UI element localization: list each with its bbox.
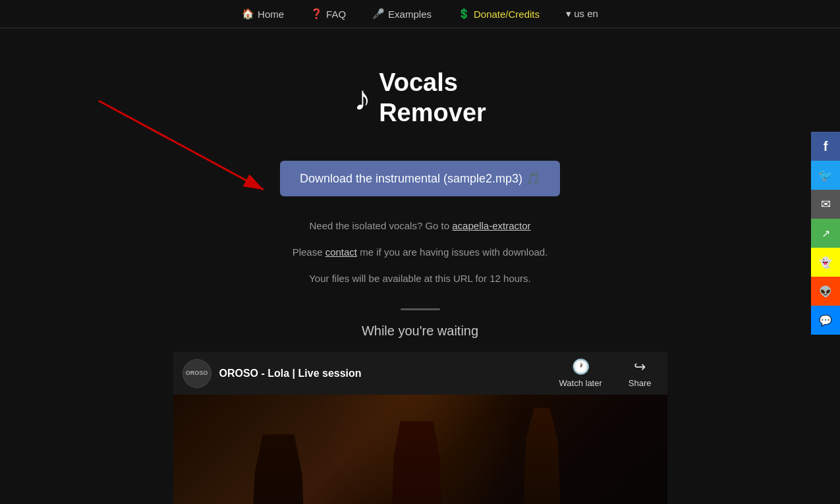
nav-faq-label: FAQ [326,9,346,20]
nav-examples[interactable]: 🎤 Examples [372,8,432,20]
info-availability: Your files will be available at this URL… [309,269,531,289]
nav-home[interactable]: 🏠 Home [242,8,284,20]
site-title: Vocals Remover [379,68,486,128]
arrow-annotation [86,88,283,206]
reddit-share-button[interactable]: 👽 [811,277,840,306]
share-button[interactable]: ↪ Share [629,358,652,388]
svg-line-1 [99,101,264,190]
musician-silhouette-3 [516,408,569,504]
microphone-icon: 🎤 [372,8,385,20]
nav-donate-label: Donate/Credits [474,9,540,20]
share-icon: ↗ [822,227,830,240]
twitter-share-button[interactable]: 🐦 [811,161,840,190]
contact-link[interactable]: contact [325,246,357,258]
section-divider [401,308,440,310]
channel-avatar: OROSO [182,359,211,388]
facebook-icon: f [824,139,828,154]
video-thumbnail[interactable] [173,395,667,504]
messenger-icon: 💬 [819,314,832,327]
nav-home-label: Home [258,9,284,20]
email-icon: ✉ [821,197,831,211]
snapchat-icon: 👻 [819,256,832,269]
acapella-link[interactable]: acapella-extractor [452,220,530,231]
watch-later-label: Watch later [559,378,602,388]
email-share-button[interactable]: ✉ [811,190,840,219]
video-header: OROSO OROSO - Lola | Live session 🕐 Watc… [173,352,667,395]
messenger-share-button[interactable]: 💬 [811,306,840,335]
download-button[interactable]: Download the instrumental (sample2.mp3) … [280,161,560,196]
video-actions: 🕐 Watch later ↪ Share [559,358,658,388]
share-label: Share [629,378,652,388]
snapchat-share-button[interactable]: 👻 [811,248,840,277]
navigation: 🏠 Home ❓ FAQ 🎤 Examples 💲 Donate/Credits… [0,0,840,28]
download-button-label: Download the instrumental (sample2.mp3) … [300,171,540,186]
nav-faq[interactable]: ❓ FAQ [310,8,346,20]
generic-share-button[interactable]: ↗ [811,219,840,248]
donate-icon: 💲 [458,8,470,20]
facebook-share-button[interactable]: f [811,132,840,161]
twitter-icon: 🐦 [818,168,833,182]
info-vocals: Need the isolated vocals? Go to acapella… [309,216,530,236]
nav-donate[interactable]: 💲 Donate/Credits [458,8,540,20]
info-contact: Please contact me if you are having issu… [293,242,548,262]
social-sidebar: f 🐦 ✉ ↗ 👻 👽 💬 [811,132,840,335]
video-card: OROSO OROSO - Lola | Live session 🕐 Watc… [173,352,667,504]
music-note-icon: ♪ [354,81,371,115]
faq-icon: ❓ [310,8,323,20]
home-icon: 🏠 [242,8,254,20]
musician-silhouette-1 [239,434,318,504]
thumbnail-image [173,395,667,504]
video-title: OROSO - Lola | Live session [219,368,362,379]
clock-icon: 🕐 [572,358,590,376]
reddit-icon: 👽 [819,285,832,298]
site-logo: ♪ Vocals Remover [354,68,486,128]
while-waiting-heading: While you're waiting [362,323,478,339]
share-icon: ↪ [634,358,646,376]
main-content: ♪ Vocals Remover Download the instrument… [0,28,840,504]
language-selector[interactable]: ▾ us en [566,8,598,20]
nav-examples-label: Examples [388,9,432,20]
watch-later-button[interactable]: 🕐 Watch later [559,358,602,388]
